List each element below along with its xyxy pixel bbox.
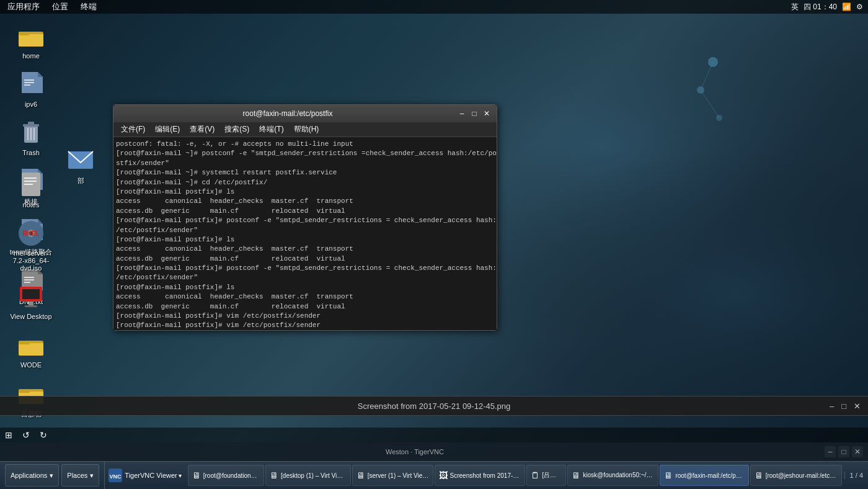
tools-icon-rotate-right[interactable]: ↻: [40, 430, 47, 440]
terminal-edit-menu[interactable]: 编辑(E): [150, 123, 185, 136]
places-chevron: ▾: [90, 472, 94, 480]
inner-maximize-button[interactable]: □: [838, 446, 849, 457]
apps-menu[interactable]: 应用程序: [2, 0, 45, 14]
terminal-window-controls: – □ ✕: [457, 109, 492, 119]
settings-icon[interactable]: ⚙: [856, 2, 863, 11]
vnc-label: TigerVNC Viewer: [125, 472, 177, 479]
svg-rect-49: [29, 302, 33, 305]
taskbar-window-text-6: root@faxin-mail:/etc/postfix: [675, 472, 744, 479]
term-line-18: access.db generic main.cf relocated virt…: [116, 302, 494, 312]
terminal-close-button[interactable]: ✕: [482, 109, 492, 119]
taskbar-window-icon-4: 🗒: [531, 470, 539, 480]
inner-close-button[interactable]: ✕: [852, 446, 863, 457]
desktop-icon-trash[interactable]: Trash: [6, 115, 56, 159]
svg-point-4: [716, 115, 722, 121]
desktop-icon-rhel[interactable]: RHEL rhel-server-7.2-x86_64-dvd.iso: [6, 216, 56, 274]
desktop-icon-home[interactable]: home: [6, 19, 56, 62]
vnc-logo-icon: VNC: [108, 469, 122, 482]
terminal-view-menu[interactable]: 查看(V): [185, 123, 219, 136]
terminal-file-menu[interactable]: 文件(F): [116, 123, 150, 136]
taskbar-windows: 🖥 [root@foundation50:~] 🖥 [desktop (1) –…: [185, 465, 844, 486]
svg-rect-53: [19, 341, 30, 344]
screenshot-maximize-button[interactable]: □: [839, 400, 849, 412]
top-menubar: 应用程序 位置 终端 英 四 01：40 📶 ⚙: [0, 0, 868, 14]
svg-marker-12: [38, 72, 43, 77]
taskbar-window-icon-0: 🖥: [192, 470, 201, 480]
terminal-terminal-menu[interactable]: 终端(T): [254, 123, 288, 136]
top-menubar-right: 英 四 01：40 📶 ⚙: [791, 2, 868, 12]
notes-icon-label: notes: [23, 201, 40, 209]
svg-rect-9: [19, 32, 30, 35]
svg-point-3: [697, 86, 704, 94]
tools-icon-grid[interactable]: ⊞: [5, 430, 12, 440]
taskbar-page-info: 1 / 4: [850, 472, 863, 479]
terminal-menu[interactable]: 终端: [76, 0, 102, 14]
rhel-disc-icon: RHEL: [16, 218, 46, 248]
taskbar-window-lvyancong[interactable]: 🗒 [吕彦聪]: [526, 465, 566, 486]
bu-mail-icon: [66, 145, 95, 175]
taskbar-applications-button[interactable]: Applications ▾: [5, 464, 59, 487]
inner-vnc-controls: – □ ✕: [825, 446, 863, 457]
bu-icon-label: 部: [78, 176, 84, 186]
svg-point-2: [708, 57, 718, 67]
term-line-15: /etc/postfix/sender": [116, 273, 494, 282]
taskbar: Applications ▾ Places ▾ VNC TigerVNC Vie…: [0, 461, 868, 489]
datetime-display: 四 01：40: [804, 2, 837, 12]
places-menu[interactable]: 位置: [47, 0, 73, 14]
svg-line-6: [701, 90, 719, 118]
terminal-help-menu[interactable]: 帮助(H): [289, 123, 324, 136]
svg-rect-56: [19, 389, 30, 393]
taskbar-places-button[interactable]: Places ▾: [61, 464, 99, 487]
screenshot-minimize-button[interactable]: –: [827, 400, 836, 412]
desktop-icon-notes[interactable]: notes: [6, 168, 56, 211]
screenshot-notification-bar: Screenshot from 2017-05-21 09-12-45.png …: [0, 396, 868, 416]
desktop-icon-viewdesktop[interactable]: View Desktop: [6, 279, 56, 323]
language-indicator: 英: [791, 2, 799, 12]
taskbar-window-foundation[interactable]: 🖥 [root@foundation50:~]: [188, 465, 264, 486]
wode-icon-label: WODE: [20, 361, 42, 369]
taskbar-window-kiosk[interactable]: 🖥 kiosk@foundation50:~/桌面]: [567, 465, 658, 486]
trash-icon: [16, 118, 46, 148]
screenshot-close-button[interactable]: ✕: [851, 400, 863, 412]
inner-minimize-button[interactable]: –: [825, 446, 836, 457]
svg-rect-14: [24, 82, 34, 83]
desktop-icon-ipv6[interactable]: ipv6: [6, 67, 56, 110]
taskbar-window-text-5: kiosk@foundation50:~/桌面]: [583, 471, 654, 480]
terminal-minimize-button[interactable]: –: [457, 109, 467, 119]
svg-line-5: [701, 62, 713, 90]
term-line-13: access.db generic main.cf relocated virt…: [116, 254, 494, 264]
rhel-icon-label: rhel-server-7.2-x86_64-dvd.iso: [9, 249, 53, 272]
vnc-icon-area[interactable]: VNC TigerVNC Viewer ▾: [105, 469, 185, 482]
taskbar-window-icon-2: 🖥: [356, 470, 365, 480]
taskbar-window-postfix[interactable]: 🖥 root@faxin-mail:/etc/postfix: [660, 465, 748, 486]
applications-label: Applications: [11, 472, 47, 479]
taskbar-window-icon-1: 🖥: [270, 470, 278, 480]
term-line-8: access.db generic main.cf relocated virt…: [116, 207, 494, 216]
desktop-icon-bu[interactable]: 部: [56, 143, 105, 188]
desktop-icon-wode[interactable]: WODE: [6, 328, 56, 371]
terminal-body[interactable]: postconf: fatal: -e, -X, or -# accepts n…: [113, 137, 497, 330]
taskbar-window-icon-5: 🖥: [572, 470, 580, 480]
taskbar-window-screenshot[interactable]: 🖼 Screenshot from 2017-05-...: [435, 465, 526, 486]
viewdesktop-icon-label: View Desktop: [10, 313, 51, 320]
term-line-7: access canonical header_checks master.cf…: [116, 197, 494, 206]
taskbar-window-desktop1[interactable]: 🖥 [desktop (1) – Virt Viewer]: [265, 465, 351, 486]
taskbar-window-icon-6: 🖥: [664, 470, 673, 480]
notes-file-icon: [16, 170, 46, 200]
terminal-search-menu[interactable]: 搜索(S): [219, 123, 254, 136]
home-icon-label: home: [22, 52, 40, 60]
taskbar-window-jeshour[interactable]: 🖥 [root@jeshour-mail:/etc/po...: [750, 465, 842, 486]
taskbar-window-text-3: Screenshot from 2017-05-...: [450, 472, 521, 479]
ipv6-file-icon: [16, 70, 46, 99]
taskbar-window-server1[interactable]: 🖥 [server (1) – Virt Viewer]: [352, 465, 433, 486]
top-menubar-left: 应用程序 位置 终端: [0, 0, 102, 14]
svg-rect-48: [22, 289, 40, 299]
taskbar-app-menu: Applications ▾ Places ▾: [0, 462, 105, 489]
tools-icon-rotate-left[interactable]: ↺: [22, 430, 30, 440]
svg-text:VNC: VNC: [110, 473, 122, 480]
term-line-14: [root@faxin-mail postfix]# postconf -e "…: [116, 264, 494, 273]
term-line-1: postconf: fatal: -e, -X, or -# accepts n…: [116, 140, 494, 149]
svg-rect-8: [19, 34, 43, 47]
bottom-tools-bar: ⊞ ↺ ↻: [0, 428, 868, 442]
terminal-maximize-button[interactable]: □: [469, 109, 479, 119]
